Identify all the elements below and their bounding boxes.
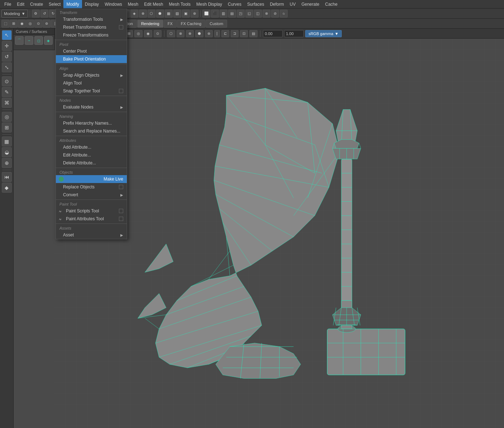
workspace-dropdown[interactable]: Modeling ▼ (1, 10, 28, 18)
menu-convert[interactable]: Convert ▶ (56, 191, 127, 199)
tb-snap-8[interactable]: ▧ (173, 10, 181, 18)
menu-add-attribute[interactable]: Add Attribute... (56, 143, 127, 151)
menu-search-replace[interactable]: Search and Replace Names... (56, 127, 127, 135)
vp-icon-h[interactable]: ⊐ (231, 30, 239, 37)
menu-paint-attributes-tool[interactable]: Paint Attributes Tool (56, 215, 127, 223)
tb2-ico-6[interactable]: ⊚ (43, 20, 51, 28)
tb2-ico-5[interactable]: ⊙ (34, 20, 42, 28)
menu-display[interactable]: Display (82, 0, 102, 8)
select-tool-btn[interactable]: ↖ (2, 30, 12, 40)
menu-bake-pivot[interactable]: Bake Pivot Orientation (56, 55, 127, 63)
menu-uv[interactable]: UV (287, 0, 299, 8)
menu-snap-align-objects[interactable]: Snap Align Objects ▶ (56, 71, 127, 79)
menu-file[interactable]: File (1, 0, 14, 8)
menu-deform[interactable]: Deform (267, 0, 287, 8)
menu-replace-objects[interactable]: Replace Objects (56, 183, 127, 191)
tb2-ico-2[interactable]: ⊞ (10, 20, 18, 28)
vp-wire-btn[interactable]: ◎ (134, 30, 143, 37)
tb-extra-10[interactable]: ⍉ (280, 10, 288, 18)
tb-snap-4[interactable]: ⊕ (139, 10, 147, 18)
menu-mesh-display[interactable]: Mesh Display (193, 0, 225, 8)
paint-tool-btn[interactable]: ✎ (2, 87, 12, 97)
tb-extra-2[interactable]: ⬛ (211, 10, 219, 18)
menu-modify[interactable]: Modify (63, 0, 82, 8)
vp-isolate-btn[interactable]: ◉ (144, 30, 152, 37)
tb-btn-2[interactable]: ↺ (40, 10, 48, 18)
vp-icon-d[interactable]: ⬢ (195, 30, 203, 37)
snap-point-btn[interactable]: ⊕ (2, 158, 12, 168)
scale-tool-btn[interactable]: ⤡ (2, 62, 12, 72)
tb-extra-6[interactable]: ◱ (245, 10, 253, 18)
tb-snap-7[interactable]: ▦ (165, 10, 173, 18)
tb-extra-3[interactable]: ▥ (220, 10, 227, 18)
vp-icon-j[interactable]: ▤ (249, 30, 258, 37)
vp-icon-f[interactable]: | (214, 30, 220, 37)
tb-snap-9[interactable]: ▣ (182, 10, 190, 18)
menu-align-tool[interactable]: Align Tool (56, 79, 127, 87)
sculpt-tool-btn[interactable]: ⌘ (2, 98, 12, 108)
tb-extra-9[interactable]: ⊘ (271, 10, 279, 18)
menu-edit-mesh[interactable]: Edit Mesh (141, 0, 166, 8)
vp-y-field[interactable]: 1.00 (284, 30, 304, 37)
tb-btn-1[interactable]: ⚙ (32, 10, 40, 18)
tab-fx[interactable]: FX (164, 20, 177, 28)
snap-curve-btn[interactable]: ◒ (2, 147, 12, 157)
vp-color-mode-btn[interactable]: sRGB gamma ▼ (305, 30, 342, 37)
keyframe-btn[interactable]: ◆ (2, 183, 12, 193)
rotate-tool-btn[interactable]: ↺ (2, 52, 12, 62)
menu-transformation-tools[interactable]: Transformation Tools ▶ (56, 15, 127, 23)
vp-icon-b[interactable]: ⊗ (177, 30, 184, 37)
tb2-ico-4[interactable]: ◎ (26, 20, 34, 28)
vp-icon-a[interactable]: ⬡ (167, 30, 175, 37)
vp-icon-i[interactable]: ⊡ (240, 30, 248, 37)
vp-icon-g[interactable]: ⊏ (221, 30, 229, 37)
menu-freeze-transformations[interactable]: Freeze Transformations (56, 31, 127, 39)
tb-extra-1[interactable]: ⬜ (202, 10, 210, 18)
vp-x-field[interactable]: 0.00 (263, 30, 283, 37)
menu-surfaces[interactable]: Surfaces (244, 0, 267, 8)
menu-edit-attribute[interactable]: Edit Attribute... (56, 151, 127, 159)
tb-extra-7[interactable]: ◫ (254, 10, 262, 18)
menu-reset-transformations[interactable]: Reset Transformations (56, 23, 127, 31)
tab-rendering[interactable]: Rendering (137, 20, 163, 28)
menu-edit[interactable]: Edit (14, 0, 27, 8)
menu-generate[interactable]: Generate (298, 0, 322, 8)
tb-snap-3[interactable]: ◈ (130, 10, 138, 18)
menu-asset[interactable]: Asset ▶ (56, 231, 127, 239)
menu-mesh[interactable]: Mesh (125, 0, 141, 8)
menu-cache[interactable]: Cache (322, 0, 340, 8)
menu-evaluate-nodes[interactable]: Evaluate Nodes ▶ (56, 103, 127, 111)
menu-delete-attribute[interactable]: Delete Attribute... (56, 159, 127, 167)
menu-make-live[interactable]: Make Live (56, 175, 127, 183)
vp-icon-c[interactable]: ⊕ (186, 30, 194, 37)
snap-grid-btn[interactable]: ▦ (2, 136, 12, 146)
vp-res-btn[interactable]: ⊙ (154, 30, 162, 37)
move-tool-btn[interactable]: ✛ (2, 41, 12, 51)
menu-windows[interactable]: Windows (102, 0, 125, 8)
tb2-ico-3[interactable]: ◉ (18, 20, 26, 28)
curve-icon-2[interactable]: ⌣ (25, 36, 33, 45)
vp-icon-e[interactable]: ⊛ (205, 30, 213, 37)
curve-icon-4[interactable]: ◈ (44, 36, 53, 45)
tb-snap-10[interactable]: ⊛ (191, 10, 198, 18)
curve-icon-3[interactable]: ◻ (34, 36, 43, 45)
tb-snap-6[interactable]: ⬢ (156, 10, 164, 18)
menu-select[interactable]: Select (46, 0, 63, 8)
menu-create[interactable]: Create (27, 0, 46, 8)
menu-curves[interactable]: Curves (225, 0, 244, 8)
menu-center-pivot[interactable]: Center Pivot (56, 47, 127, 55)
curve-icon-1[interactable]: ⌒ (15, 36, 24, 45)
menu-snap-together-tool[interactable]: Snap Together Tool (56, 87, 127, 95)
menu-paint-scripts-tool[interactable]: Paint Scripts Tool (56, 207, 127, 215)
tb-extra-8[interactable]: ⊗ (263, 10, 270, 18)
menu-mesh-tools[interactable]: Mesh Tools (166, 0, 193, 8)
menu-prefix-hierarchy[interactable]: Prefix Hierarchy Names... (56, 119, 127, 127)
lasso-tool-btn[interactable]: ⊙ (2, 76, 12, 86)
tab-fx-caching[interactable]: FX Caching (177, 20, 205, 28)
soft-sel-btn[interactable]: ◎ (2, 112, 12, 122)
tb-extra-4[interactable]: ▤ (228, 10, 236, 18)
sym-btn[interactable]: ⊞ (2, 122, 12, 133)
tb-snap-5[interactable]: ⬡ (148, 10, 155, 18)
tb-extra-5[interactable]: ◳ (237, 10, 245, 18)
tb2-ico-1[interactable]: ⬚ (1, 20, 9, 28)
